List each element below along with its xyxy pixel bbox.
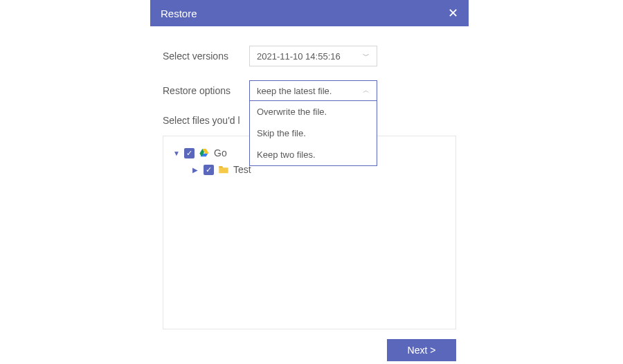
dialog-header: Restore ✕ [150,0,469,26]
close-icon[interactable]: ✕ [448,7,458,19]
restore-options-label: Restore options [163,85,249,96]
caret-down-icon[interactable]: ▼ [173,149,180,157]
tree-root-label: Go [214,147,227,158]
select-versions-value: 2021-11-10 14:55:16 [257,51,341,62]
checkbox-root[interactable]: ✓ [184,148,195,158]
restore-options-display[interactable]: keep the latest file. ︿ [249,80,377,101]
google-drive-icon [199,147,210,158]
restore-options-row: Restore options keep the latest file. ︿ … [163,80,456,101]
select-versions-display[interactable]: 2021-11-10 14:55:16 ﹀ [249,46,377,66]
restore-options-field[interactable]: keep the latest file. ︿ Overwrite the fi… [249,80,377,101]
restore-options-value: keep the latest file. [257,86,332,96]
chevron-up-icon: ︿ [363,86,370,95]
checkbox-child[interactable]: ✓ [204,165,214,175]
dropdown-item-overwrite[interactable]: Overwrite the file. [250,101,377,122]
select-versions-label: Select versions [163,51,249,62]
folder-icon [218,165,229,174]
dialog-body: Select versions 2021-11-10 14:55:16 ﹀ Re… [150,26,469,364]
dialog-title: Restore [161,8,197,19]
dialog-footer: Next > [163,329,456,364]
restore-options-dropdown: Overwrite the file. Skip the file. Keep … [249,101,377,166]
caret-right-icon[interactable]: ▶ [192,166,199,174]
restore-dialog: Restore ✕ Select versions 2021-11-10 14:… [150,0,469,364]
next-button[interactable]: Next > [387,339,456,361]
chevron-down-icon: ﹀ [363,51,370,61]
dropdown-item-skip[interactable]: Skip the file. [250,122,377,144]
select-versions-row: Select versions 2021-11-10 14:55:16 ﹀ [163,46,456,66]
select-versions-field[interactable]: 2021-11-10 14:55:16 ﹀ [249,46,377,66]
tree-child-label: Test [233,164,251,175]
dropdown-item-keep-two[interactable]: Keep two files. [250,144,377,165]
